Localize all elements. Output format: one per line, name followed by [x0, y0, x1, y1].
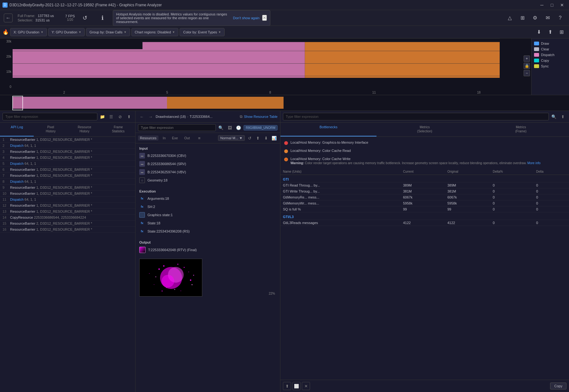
mail-icon-button[interactable]: ✉	[543, 13, 553, 23]
res-tab-in[interactable]: In	[161, 135, 168, 141]
export-icon-button[interactable]: ⬆	[125, 113, 133, 120]
download-icon-button[interactable]: ⬇	[534, 27, 544, 37]
resource-item-graphics-state[interactable]: Graphics state:1	[135, 211, 280, 219]
api-row-8[interactable]: 8 Dispatch 64, 1, 1	[0, 179, 135, 185]
folder-icon-button[interactable]: 📁	[99, 113, 106, 120]
info-button[interactable]: ℹ	[98, 13, 108, 23]
right-filter-input[interactable]	[283, 113, 549, 120]
api-row-5[interactable]: 5 Dispatch 64, 1, 1	[0, 161, 135, 167]
group-by-dropdown[interactable]: Group by: Draw Calls ▼	[86, 28, 130, 36]
view-download-button[interactable]: ⬇	[262, 135, 269, 141]
table-row[interactable]: SQ is full % 99 99 0 0	[280, 206, 569, 212]
api-row-13[interactable]: 13 ResourceBarrier 1, D3D12_RESOURCE_BAR…	[0, 209, 135, 215]
view-chart-button[interactable]: 📊	[271, 135, 278, 141]
more-info-link[interactable]: More info	[527, 161, 541, 165]
api-row-12[interactable]: 12 ResourceBarrier 1, D3D12_RESOURCE_BAR…	[0, 203, 135, 209]
resource-item-sh[interactable]: fx SH:2	[135, 203, 280, 211]
back-button[interactable]: ←	[4, 14, 13, 22]
breadcrumb-item-2[interactable]: T:225333664...	[190, 115, 213, 118]
maximize-button[interactable]: □	[548, 2, 556, 8]
api-row-11[interactable]: 11 Dispatch 64, 1, 1	[0, 197, 135, 203]
api-row-6[interactable]: 6 ResourceBarrier 1, D3D12_RESOURCE_BARR…	[0, 167, 135, 173]
metrics-table-container[interactable]: Name (Units) Current Original Delta% Del…	[280, 169, 569, 380]
chart-main[interactable]: 30k 20k 10k 0 2 5 8 11 18	[0, 38, 531, 95]
layout-icon-button[interactable]: ⊞	[517, 13, 527, 23]
resource-content[interactable]: Input ▬ B:2253336670304 (CBV) ▬ B:225333…	[135, 143, 280, 392]
api-row-7[interactable]: 7 ResourceBarrier 1, D3D12_RESOURCE_BARR…	[0, 173, 135, 179]
res-tab-out[interactable]: Out	[182, 135, 192, 141]
api-filter-input[interactable]	[3, 113, 97, 120]
api-row-4[interactable]: 4 ResourceBarrier 1, D3D12_RESOURCE_BARR…	[0, 155, 135, 161]
breadcrumb-item-1[interactable]: DrawInstanced (18)	[156, 115, 186, 118]
settings-icon-button[interactable]: ⚙	[530, 13, 540, 23]
view-refresh-button[interactable]: ↺	[246, 135, 253, 141]
tab-pixel-history[interactable]: PixelHistory	[34, 123, 67, 136]
notification-link[interactable]: Don't show again	[233, 16, 260, 20]
api-row-1[interactable]: 1 ResourceBarrier 1, D3D12_RESOURCE_BARR…	[0, 137, 135, 143]
table-row[interactable]: GtiMemoryWr... mess... 5958k 5958k 0 0	[280, 200, 569, 206]
zoom-out-button[interactable]: −	[524, 70, 530, 76]
table-row[interactable]: GtiL3Reads messages 4122 4122 0 0	[280, 220, 569, 226]
view-upload-button[interactable]: ⬆	[254, 135, 261, 141]
tab-resource-history[interactable]: ResourceHistory	[68, 123, 101, 136]
mini-timeline[interactable]	[0, 95, 569, 111]
tab-frame-statistics[interactable]: FrameStatistics	[101, 123, 135, 136]
lock-button[interactable]: 🔒	[524, 63, 530, 69]
resource-item-srv[interactable]: ▬ B:2253336686544 (SRV)	[135, 160, 280, 168]
resource-item-arguments[interactable]: fx Arguments:18	[135, 194, 280, 203]
texture-preview[interactable]	[139, 259, 202, 297]
copy-button[interactable]: Copy	[550, 383, 566, 389]
resource-item-vbv[interactable]: ▬ B:2253436259744 (VBV)	[135, 168, 280, 176]
minimize-button[interactable]: ─	[537, 2, 546, 8]
api-row-2[interactable]: 2 Dispatch 64, 1, 1	[0, 143, 135, 149]
triangle-icon-button[interactable]: △	[505, 13, 515, 23]
api-row-14[interactable]: 14 CopyResource 2253336686544, 225333668…	[0, 215, 135, 221]
upload-icon-button[interactable]: ⬆	[545, 27, 555, 37]
grid-icon-button[interactable]: ⊞	[556, 27, 566, 37]
resource-clock-button[interactable]: 🕐	[235, 124, 242, 131]
api-row-10[interactable]: 10 ResourceBarrier 1, D3D12_RESOURCE_BAR…	[0, 191, 135, 197]
api-row-9[interactable]: 9 ResourceBarrier 1, D3D12_RESOURCE_BARR…	[0, 185, 135, 191]
cursor-tool-button[interactable]: ⬆	[283, 382, 291, 390]
right-export-button[interactable]: ⬆	[559, 113, 566, 120]
notification-close-button[interactable]: ✕	[262, 15, 267, 21]
tab-api-log[interactable]: API Log	[0, 123, 34, 136]
resource-filter-list-button[interactable]: ≡	[195, 134, 203, 142]
show-resource-table-button[interactable]: Show Resource Table	[244, 115, 278, 118]
select-tool-button[interactable]: ⬜	[292, 382, 301, 390]
x-axis-dropdown[interactable]: X: GPU Duration ▼	[10, 28, 47, 36]
resource-item-state-rs[interactable]: fx State:2253434396208 (RS)	[135, 227, 280, 235]
table-row[interactable]: GTI Read Throug... by... 389M 389M 0 0	[280, 182, 569, 188]
api-log-list[interactable]: 1 ResourceBarrier 1, D3D12_RESOURCE_BARR…	[0, 137, 135, 392]
tab-metrics-selection[interactable]: Metrics(Selection)	[376, 123, 473, 136]
api-row-15[interactable]: 15 ResourceBarrier 2, D3D12_RESOURCE_BAR…	[0, 221, 135, 227]
api-row-16[interactable]: 16 ResourceBarrier 1, D3D12_RESOURCE_BAR…	[0, 227, 135, 233]
clear-filter-icon-button[interactable]: ⊘	[116, 113, 124, 120]
res-tab-exe[interactable]: Exe	[170, 135, 180, 141]
nav-forward-button[interactable]: →	[147, 113, 154, 120]
res-tab-resources[interactable]: Resources	[138, 135, 158, 141]
resource-item-geometry[interactable]: ◇ Geometry:18	[135, 176, 280, 184]
chart-regions-dropdown[interactable]: Chart regions: Disabled ▼	[131, 28, 179, 36]
refresh-button[interactable]: ↺	[80, 13, 90, 23]
nav-back-button[interactable]: ←	[138, 113, 146, 120]
resource-filter-input[interactable]	[138, 124, 216, 131]
color-by-dropdown[interactable]: Color by: Event Types ▼	[180, 28, 224, 36]
resource-search-button[interactable]: 🔍	[217, 124, 225, 131]
zoom-in-button[interactable]: +	[524, 55, 530, 62]
api-row-3[interactable]: 3 ResourceBarrier 1, D3D12_RESOURCE_BARR…	[0, 149, 135, 155]
resource-image-button[interactable]: 🖼	[226, 124, 233, 131]
resource-item-state[interactable]: fx State:18	[135, 219, 280, 227]
table-row[interactable]: GtiMemoryRe... mess... 6067k 6067k 0 0	[280, 194, 569, 200]
tab-metrics-frame[interactable]: Metrics(Frame)	[473, 123, 569, 136]
tab-bottlenecks[interactable]: Bottlenecks	[280, 123, 376, 136]
right-search-button[interactable]: 🔍	[550, 113, 558, 120]
resource-item-cbv[interactable]: ▬ B:2253336670304 (CBV)	[135, 152, 280, 160]
close-tool-button[interactable]: ✕	[302, 382, 310, 390]
help-icon-button[interactable]: ?	[555, 13, 565, 23]
resource-item-rtv[interactable]: T:2253336642048 (RTV) (Final)	[135, 245, 280, 254]
close-button[interactable]: ✕	[558, 2, 566, 8]
table-row[interactable]: GTI Write Throug... by... 381M 381M 0 0	[280, 188, 569, 194]
view-mode-dropdown[interactable]: Normal M... ▼	[218, 135, 245, 141]
filter-icon-button[interactable]: ☰	[107, 113, 115, 120]
